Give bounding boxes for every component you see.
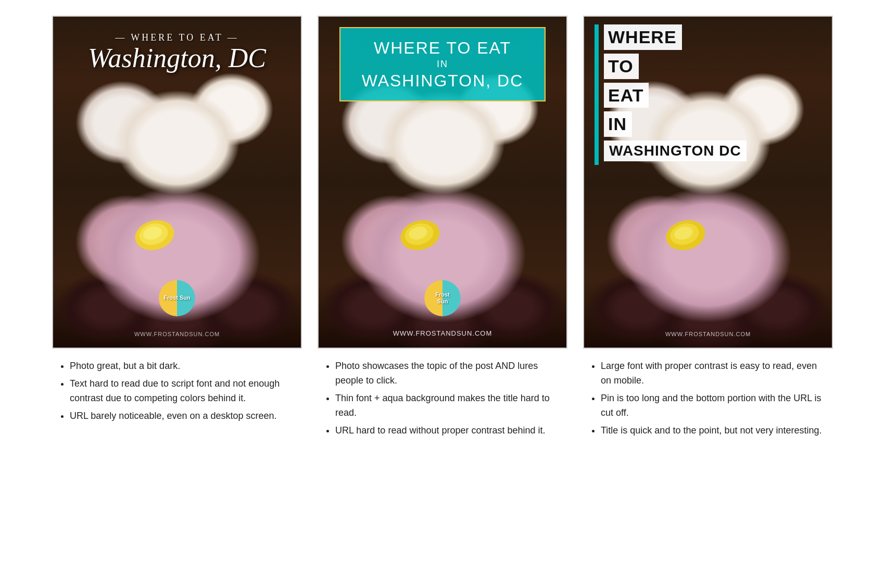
bullet-item: Large font with proper contrast is easy … bbox=[601, 359, 828, 388]
logo-text-1: Frost Sun bbox=[163, 295, 190, 301]
lemon-candy-3 bbox=[665, 220, 706, 251]
card-1-bullet-list: Photo great, but a bit dark. Text hard t… bbox=[57, 359, 297, 424]
card-3-url: WWW.FROSTANDSUN.COM bbox=[665, 331, 751, 337]
bullet-item: URL hard to read without proper contrast… bbox=[335, 424, 562, 438]
card-1-url: WWW.FROSTANDSUN.COM bbox=[134, 331, 220, 337]
card-3-text-block: WHERE TO EAT IN WASHINGTON DC bbox=[604, 24, 747, 165]
card-3-bullets: Large font with proper contrast is easy … bbox=[583, 349, 833, 441]
bullet-item: Thin font + aqua background makes the ti… bbox=[335, 391, 562, 420]
card-2-bullets: Photo showcases the topic of the post AN… bbox=[318, 349, 567, 441]
card-3-line-1: WHERE bbox=[604, 24, 682, 50]
card-2-title: WHERE TO EAT IN WASHINGTON, DC bbox=[351, 37, 534, 91]
bullet-item: Pin is too long and the bottom portion w… bbox=[601, 391, 828, 420]
card-1-image: — WHERE TO EAT — Washington, DC Frost Su… bbox=[52, 16, 302, 349]
card-1-overlay: — WHERE TO EAT — Washington, DC bbox=[53, 17, 301, 88]
card-3-image: WHERE TO EAT IN WASHINGTON DC bbox=[583, 16, 833, 349]
bullet-item: URL barely noticeable, even on a desktop… bbox=[70, 409, 297, 424]
lemon-candy-1 bbox=[134, 220, 175, 251]
card-2-bullet-list: Photo showcases the topic of the post AN… bbox=[323, 359, 562, 438]
card-1: — WHERE TO EAT — Washington, DC Frost Su… bbox=[52, 16, 302, 441]
card-3-line-3: EAT bbox=[604, 83, 649, 108]
card-3: WHERE TO EAT IN WASHINGTON DC bbox=[583, 16, 833, 441]
card-2-image: WHERE TO EAT IN WASHINGTON, DC FrostSun … bbox=[318, 16, 567, 349]
teal-accent-bar bbox=[595, 24, 599, 165]
card-3-bullet-list: Large font with proper contrast is easy … bbox=[588, 359, 828, 438]
logo-text-2: FrostSun bbox=[435, 291, 450, 305]
bullet-item: Photo great, but a bit dark. bbox=[70, 359, 297, 374]
card-1-script-text: Washington, DC bbox=[64, 43, 290, 73]
lemon-candy-2 bbox=[399, 220, 441, 251]
card-3-line-4: IN bbox=[604, 111, 632, 137]
card-3-line-5: WASHINGTON DC bbox=[604, 140, 747, 161]
card-3-overlay: WHERE TO EAT IN WASHINGTON DC bbox=[595, 24, 821, 165]
card-3-line-2: TO bbox=[604, 54, 639, 79]
card-2-logo: FrostSun bbox=[424, 280, 461, 316]
bullet-item: Photo showcases the topic of the post AN… bbox=[335, 359, 562, 388]
card-1-logo: Frost Sun bbox=[159, 280, 195, 316]
card-2-url: WWW.FROSTANDSUN.COM bbox=[393, 329, 492, 337]
card-2: WHERE TO EAT IN WASHINGTON, DC FrostSun … bbox=[318, 16, 567, 441]
bullet-item: Title is quick and to the point, but not… bbox=[601, 424, 828, 438]
bullet-item: Text hard to read due to script font and… bbox=[70, 377, 297, 406]
card-2-overlay: WHERE TO EAT IN WASHINGTON, DC bbox=[339, 27, 546, 101]
card-1-bullets: Photo great, but a bit dark. Text hard t… bbox=[52, 349, 302, 427]
card-1-where-text: — WHERE TO EAT — bbox=[64, 32, 290, 43]
cards-row: — WHERE TO EAT — Washington, DC Frost Su… bbox=[10, 16, 875, 441]
